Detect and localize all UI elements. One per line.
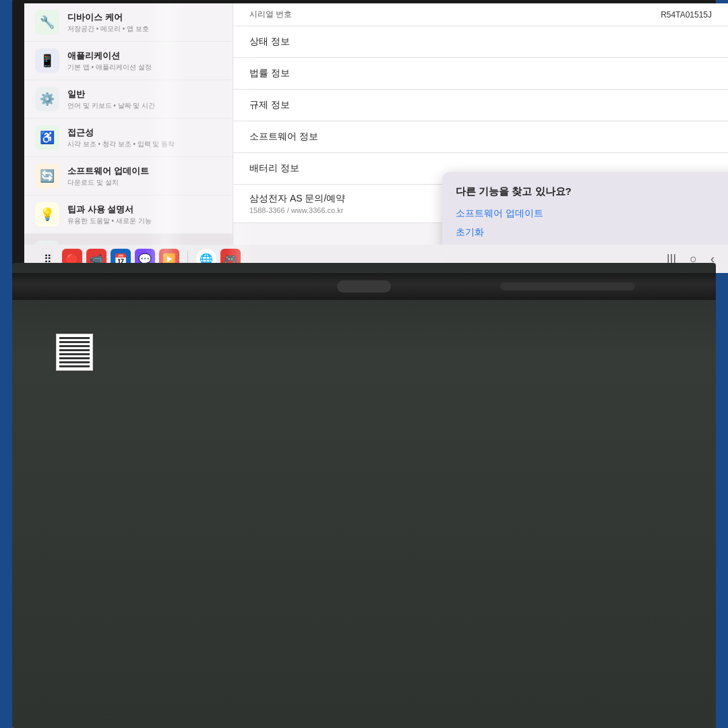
qr-sticker — [56, 334, 93, 371]
device-care-sub: 저장공간 • 메모리 • 앱 보호 — [67, 24, 222, 34]
qr-code — [59, 337, 90, 367]
device-care-title: 디바이스 케어 — [67, 11, 222, 24]
software-update-sub: 다운로드 및 설치 — [67, 178, 222, 187]
general-sub: 언어 및 키보드 • 날짜 및 시간 — [67, 101, 222, 111]
sidebar-item-general[interactable]: ⚙️ 일반 언어 및 키보드 • 날짜 및 시간 — [24, 80, 233, 119]
settings-sidebar: 🔧 디바이스 케어 저장공간 • 메모리 • 앱 보호 📱 애플리케이션 기본 … — [24, 3, 233, 273]
menu-item-regulatory[interactable]: 규제 정보 — [233, 90, 728, 121]
menu-item-software[interactable]: 소프트웨어 정보 — [233, 121, 728, 153]
popup-link-reset[interactable]: 초기화 — [456, 226, 728, 239]
general-title: 일반 — [67, 88, 222, 100]
keyboard-hinge — [12, 273, 716, 300]
accessibility-title: 접근성 — [67, 127, 222, 139]
sidebar-item-accessibility[interactable]: ♿ 접근성 시각 보조 • 청각 보조 • 입력 및 동작 — [24, 119, 233, 157]
tips-sub: 유용한 도움말 • 새로운 기능 — [67, 216, 222, 226]
hinge-button — [337, 280, 391, 293]
serial-number-label: 시리얼 번호 — [249, 9, 292, 20]
general-icon: ⚙️ — [35, 87, 59, 111]
menu-item-legal[interactable]: 법률 정보 — [233, 58, 728, 90]
keyboard-folio: Esc F1IIII F2||| F3□ F4☀ F5☀☀ F6⌨ F7🔇 F8… — [12, 263, 716, 728]
applications-sub: 기본 앱 • 애플리케이션 설정 — [67, 63, 222, 72]
device-care-icon: 🔧 — [35, 10, 59, 34]
tablet-device: 🔧 디바이스 케어 저장공간 • 메모리 • 앱 보호 📱 애플리케이션 기본 … — [12, 0, 716, 290]
sidebar-item-software-update[interactable]: 🔄 소프트웨어 업데이트 다운로드 및 설치 — [24, 157, 233, 195]
settings-main-panel: 시리얼 번호 R54TA01515J 상태 정보 법률 정보 규제 정보 소프트… — [233, 3, 728, 273]
serial-number-row: 시리얼 번호 R54TA01515J — [233, 3, 728, 26]
serial-number-value: R54TA01515J — [661, 10, 712, 20]
sidebar-item-device-care[interactable]: 🔧 디바이스 케어 저장공간 • 메모리 • 앱 보호 — [24, 3, 233, 42]
applications-icon: 📱 — [35, 49, 59, 73]
popup-title: 다른 기능을 찾고 있나요? — [456, 185, 728, 198]
accessibility-icon: ♿ — [35, 125, 59, 150]
popup-link-software-update[interactable]: 소프트웨어 업데이트 — [456, 208, 728, 220]
stylus-holder — [500, 282, 635, 291]
menu-item-status[interactable]: 상태 정보 — [233, 26, 728, 58]
software-update-title: 소프트웨어 업데이트 — [67, 165, 222, 177]
sidebar-item-tips[interactable]: 💡 팁과 사용 설명서 유용한 도움말 • 새로운 기능 — [24, 195, 233, 234]
applications-title: 애플리케이션 — [67, 50, 222, 62]
tips-title: 팁과 사용 설명서 — [67, 204, 222, 216]
blue-case-left — [0, 0, 12, 728]
accessibility-sub: 시각 보조 • 청각 보조 • 입력 및 동작 — [67, 140, 222, 149]
tips-icon: 💡 — [35, 202, 59, 226]
software-update-icon: 🔄 — [35, 164, 59, 188]
sidebar-item-applications[interactable]: 📱 애플리케이션 기본 앱 • 애플리케이션 설정 — [24, 42, 233, 80]
tablet-screen: 🔧 디바이스 케어 저장공간 • 메모리 • 앱 보호 📱 애플리케이션 기본 … — [24, 3, 728, 273]
